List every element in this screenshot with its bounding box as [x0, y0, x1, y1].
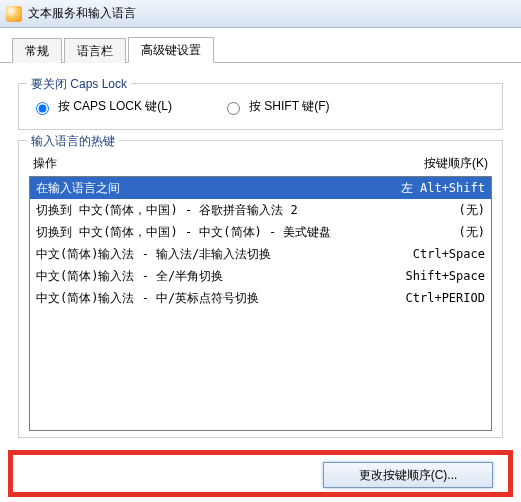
titlebar: 文本服务和输入语言: [0, 0, 521, 28]
hotkeys-listbox[interactable]: 在输入语言之间左 Alt+Shift切换到 中文(简体，中国) - 谷歌拼音输入…: [29, 176, 492, 431]
app-icon: [6, 6, 22, 22]
hotkey-row-sequence: (无): [449, 201, 485, 219]
group-hotkeys: 输入语言的热键 操作 按键顺序(K) 在输入语言之间左 Alt+Shift切换到…: [18, 140, 503, 438]
hotkeys-headers: 操作 按键顺序(K): [29, 151, 492, 176]
hotkey-row-sequence: Ctrl+Space: [403, 245, 485, 263]
hotkey-row-label: 切换到 中文(简体，中国) - 谷歌拼音输入法 2: [36, 201, 298, 219]
radio-capslock-caps[interactable]: 按 CAPS LOCK 键(L): [31, 98, 172, 115]
hotkey-row-sequence: Shift+Space: [396, 267, 485, 285]
radio-capslock-shift[interactable]: 按 SHIFT 键(F): [222, 98, 329, 115]
hotkey-row[interactable]: 中文(简体)输入法 - 输入法/非输入法切换Ctrl+Space: [30, 243, 491, 265]
header-sequence: 按键顺序(K): [424, 155, 488, 172]
window-title: 文本服务和输入语言: [28, 5, 136, 22]
tab-advanced-keys[interactable]: 高级键设置: [128, 37, 214, 63]
hotkey-row[interactable]: 在输入语言之间左 Alt+Shift: [30, 177, 491, 199]
hotkey-row[interactable]: 中文(简体)输入法 - 中/英标点符号切换Ctrl+PERIOD: [30, 287, 491, 309]
hotkey-row-sequence: Ctrl+PERIOD: [396, 289, 485, 307]
hotkey-row[interactable]: 切换到 中文(简体，中国) - 中文(简体) - 美式键盘(无): [30, 221, 491, 243]
change-key-sequence-button[interactable]: 更改按键顺序(C)...: [323, 462, 493, 488]
tab-panel: 要关闭 Caps Lock 按 CAPS LOCK 键(L) 按 SHIFT 键…: [0, 63, 521, 443]
group-capslock-legend: 要关闭 Caps Lock: [27, 76, 131, 93]
tabstrip: 常规 语言栏 高级键设置: [0, 28, 521, 63]
hotkey-row-label: 切换到 中文(简体，中国) - 中文(简体) - 美式键盘: [36, 223, 331, 241]
hotkey-row-label: 中文(简体)输入法 - 全/半角切换: [36, 267, 223, 285]
tab-general[interactable]: 常规: [12, 38, 62, 63]
hotkey-row-label: 在输入语言之间: [36, 179, 120, 197]
hotkey-row-label: 中文(简体)输入法 - 中/英标点符号切换: [36, 289, 259, 307]
hotkey-row-label: 中文(简体)输入法 - 输入法/非输入法切换: [36, 245, 271, 263]
header-action: 操作: [33, 155, 57, 172]
hotkey-row-sequence: 左 Alt+Shift: [391, 179, 485, 197]
radio-capslock-caps-input[interactable]: [36, 102, 49, 115]
group-hotkeys-legend: 输入语言的热键: [27, 133, 119, 150]
tab-langbar[interactable]: 语言栏: [64, 38, 126, 63]
group-capslock: 要关闭 Caps Lock 按 CAPS LOCK 键(L) 按 SHIFT 键…: [18, 83, 503, 130]
hotkey-row[interactable]: 切换到 中文(简体，中国) - 谷歌拼音输入法 2(无): [30, 199, 491, 221]
hotkey-row[interactable]: 中文(简体)输入法 - 全/半角切换Shift+Space: [30, 265, 491, 287]
client-area: 常规 语言栏 高级键设置 要关闭 Caps Lock 按 CAPS LOCK 键…: [0, 28, 521, 502]
radio-capslock-caps-label: 按 CAPS LOCK 键(L): [58, 98, 172, 115]
hotkey-row-sequence: (无): [449, 223, 485, 241]
radio-capslock-shift-input[interactable]: [227, 102, 240, 115]
radio-capslock-shift-label: 按 SHIFT 键(F): [249, 98, 329, 115]
